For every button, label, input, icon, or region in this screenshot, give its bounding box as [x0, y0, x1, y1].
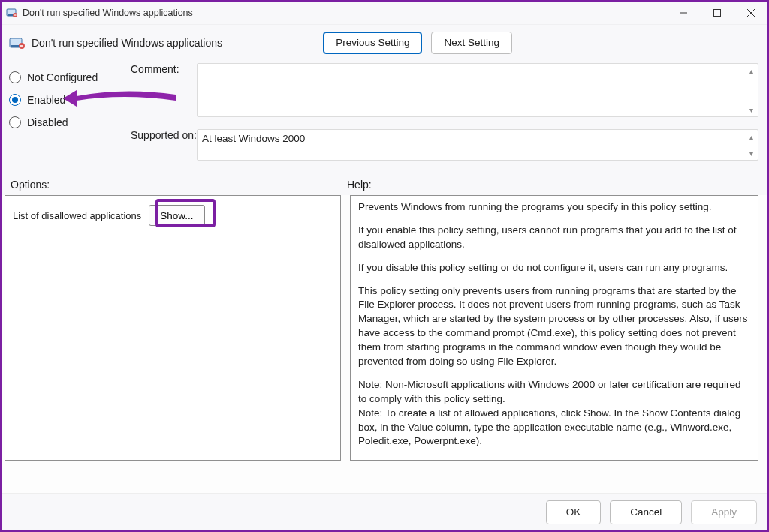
titlebar: Don't run specified Windows applications — [2, 2, 767, 24]
policy-window-icon — [6, 7, 18, 19]
section-labels: Options: Help: — [2, 171, 767, 195]
scroll-up-icon[interactable]: ▴ — [746, 131, 756, 142]
comment-textarea[interactable]: ▴ ▾ — [197, 63, 758, 117]
radio-enabled[interactable]: Enabled — [9, 89, 122, 111]
radio-disabled[interactable]: Disabled — [9, 111, 122, 134]
comment-label: Comment: — [131, 63, 197, 117]
radio-label: Not Configured — [27, 71, 98, 83]
help-paragraph: If you enable this policy setting, users… — [358, 224, 750, 252]
next-setting-button[interactable]: Next Setting — [431, 32, 512, 54]
radio-icon — [9, 116, 21, 128]
supported-on-field: At least Windows 2000 ▴ ▾ — [197, 129, 758, 161]
help-section-label: Help: — [347, 179, 372, 191]
options-panel: List of disallowed applications Show... — [5, 195, 341, 461]
supported-on-value: At least Windows 2000 — [202, 133, 305, 144]
scroll-down-icon[interactable]: ▾ — [746, 104, 756, 115]
previous-setting-button[interactable]: Previous Setting — [323, 32, 422, 54]
scroll-up-icon[interactable]: ▴ — [746, 65, 756, 76]
radio-icon — [9, 94, 21, 106]
help-paragraph: Note: To create a list of allowed applic… — [358, 407, 750, 449]
policy-icon — [9, 35, 26, 50]
radio-label: Enabled — [27, 94, 65, 106]
settings-area: Not Configured Enabled Disabled Comment:… — [2, 60, 767, 171]
policy-header: Don't run specified Windows applications… — [2, 24, 767, 60]
radio-icon — [9, 71, 21, 83]
policy-title: Don't run specified Windows applications — [32, 37, 222, 49]
minimize-button[interactable] — [666, 2, 700, 24]
options-section-label: Options: — [11, 179, 347, 191]
apply-button[interactable]: Apply — [691, 500, 757, 524]
help-paragraph: Prevents Windows from running the progra… — [358, 200, 750, 215]
ok-button[interactable]: OK — [546, 500, 602, 524]
radio-not-configured[interactable]: Not Configured — [9, 66, 122, 89]
help-panel: Prevents Windows from running the progra… — [350, 195, 758, 461]
svg-rect-3 — [713, 10, 720, 17]
show-button[interactable]: Show... — [149, 205, 204, 226]
help-paragraph: This policy setting only prevents users … — [358, 284, 750, 369]
cancel-button[interactable]: Cancel — [610, 500, 682, 524]
scroll-down-icon[interactable]: ▾ — [746, 148, 756, 158]
help-paragraph: If you disable this policy setting or do… — [358, 261, 750, 275]
disallowed-apps-label: List of disallowed applications — [13, 210, 141, 221]
panels: List of disallowed applications Show... … — [2, 195, 767, 468]
supported-on-label: Supported on: — [131, 129, 197, 141]
help-paragraph: Note: Non-Microsoft applications with Wi… — [358, 378, 750, 407]
close-button[interactable] — [734, 2, 767, 24]
radio-label: Disabled — [27, 116, 68, 128]
dialog-footer: OK Cancel Apply — [2, 493, 767, 530]
window-title: Don't run specified Windows applications — [23, 8, 193, 18]
maximize-button[interactable] — [700, 2, 734, 24]
